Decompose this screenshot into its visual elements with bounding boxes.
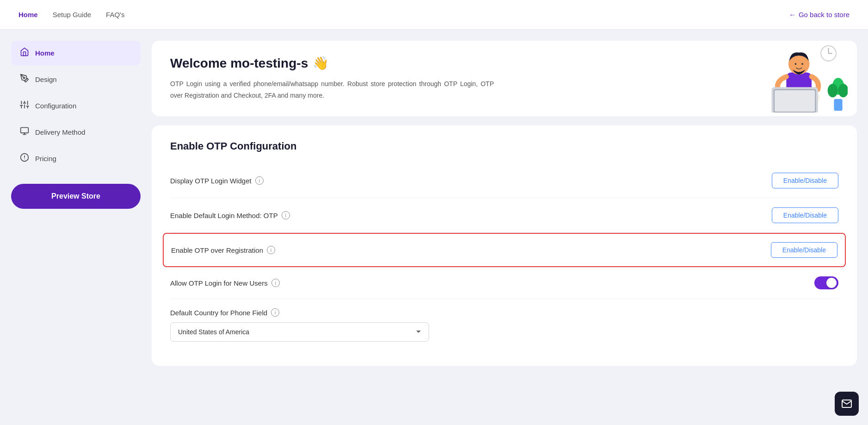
- new-users-toggle[interactable]: [814, 276, 838, 289]
- sidebar-item-pricing[interactable]: Pricing: [11, 146, 141, 171]
- sidebar-item-design-label: Design: [35, 75, 57, 83]
- preview-store-button[interactable]: Preview Store: [11, 184, 141, 209]
- info-icon-default-login[interactable]: i: [282, 211, 290, 219]
- configuration-icon: [19, 100, 30, 112]
- sidebar-item-home[interactable]: Home: [11, 41, 141, 65]
- welcome-description: OTP Login using a verified phone/email/w…: [170, 78, 494, 101]
- nav-links: Home Setup Guide FAQ's: [18, 11, 124, 19]
- wave-emoji: 👋: [313, 56, 329, 71]
- main-content: Welcome mo-testing-s 👋 OTP Login using a…: [152, 41, 857, 414]
- pricing-icon: [19, 153, 30, 164]
- welcome-banner: Welcome mo-testing-s 👋 OTP Login using a…: [152, 41, 857, 116]
- sidebar-item-configuration[interactable]: Configuration: [11, 94, 141, 118]
- svg-rect-28: [775, 90, 815, 112]
- sidebar-item-pricing-label: Pricing: [35, 155, 56, 162]
- nav-home[interactable]: Home: [18, 11, 38, 19]
- info-icon-new-users[interactable]: i: [271, 279, 280, 287]
- svg-point-25: [802, 63, 804, 65]
- config-label-display-otp: Display OTP Login Widget i: [170, 176, 264, 185]
- home-icon: [19, 47, 30, 59]
- banner-illustration: [755, 41, 848, 112]
- sidebar-item-delivery-label: Delivery Method: [35, 128, 85, 136]
- sidebar-item-delivery-method[interactable]: Delivery Method: [11, 120, 141, 144]
- info-icon-country[interactable]: i: [271, 308, 279, 317]
- config-title: Enable OTP Configuration: [170, 140, 838, 152]
- app-layout: Home Design Configuration Delivery Metho…: [0, 30, 868, 425]
- svg-point-0: [24, 77, 25, 79]
- svg-rect-10: [21, 128, 29, 133]
- config-row-default-login: Enable Default Login Method: OTP i Enabl…: [170, 198, 838, 233]
- nav-faqs[interactable]: FAQ's: [106, 11, 124, 19]
- info-icon-display-otp[interactable]: i: [255, 176, 264, 185]
- svg-rect-34: [834, 99, 843, 111]
- enable-disable-default-login-btn[interactable]: Enable/Disable: [772, 207, 838, 223]
- sidebar-item-configuration-label: Configuration: [35, 102, 76, 110]
- config-row-country: Default Country for Phone Field i United…: [170, 299, 838, 351]
- config-label-new-users: Allow OTP Login for New Users i: [170, 279, 280, 287]
- config-row-new-users: Allow OTP Login for New Users i: [170, 267, 838, 299]
- svg-point-32: [828, 84, 838, 97]
- config-label-country: Default Country for Phone Field i: [170, 308, 838, 317]
- config-section: Enable OTP Configuration Display OTP Log…: [152, 125, 857, 366]
- arrow-left-icon: ←: [789, 11, 796, 19]
- sidebar: Home Design Configuration Delivery Metho…: [11, 41, 141, 414]
- svg-point-24: [795, 63, 797, 65]
- delivery-method-icon: [19, 126, 30, 138]
- config-row-display-otp: Display OTP Login Widget i Enable/Disabl…: [170, 163, 838, 198]
- sidebar-item-home-label: Home: [35, 49, 55, 57]
- config-label-default-login: Enable Default Login Method: OTP i: [170, 211, 290, 219]
- go-back-link[interactable]: ← Go back to store: [789, 11, 850, 19]
- nav-setup-guide[interactable]: Setup Guide: [53, 11, 91, 19]
- sidebar-item-design[interactable]: Design: [11, 67, 141, 92]
- welcome-title: Welcome mo-testing-s 👋: [170, 56, 838, 71]
- chat-icon[interactable]: [835, 392, 859, 416]
- config-row-otp-registration: Enable OTP over Registration i Enable/Di…: [163, 233, 846, 267]
- design-icon: [19, 74, 30, 85]
- enable-disable-otp-widget-btn[interactable]: Enable/Disable: [772, 173, 838, 188]
- config-label-otp-registration: Enable OTP over Registration i: [171, 246, 275, 254]
- country-select[interactable]: United States of America Canada United K…: [170, 322, 429, 342]
- info-icon-otp-registration[interactable]: i: [267, 246, 275, 254]
- enable-disable-otp-registration-btn[interactable]: Enable/Disable: [771, 242, 837, 258]
- top-nav: Home Setup Guide FAQ's ← Go back to stor…: [0, 0, 868, 30]
